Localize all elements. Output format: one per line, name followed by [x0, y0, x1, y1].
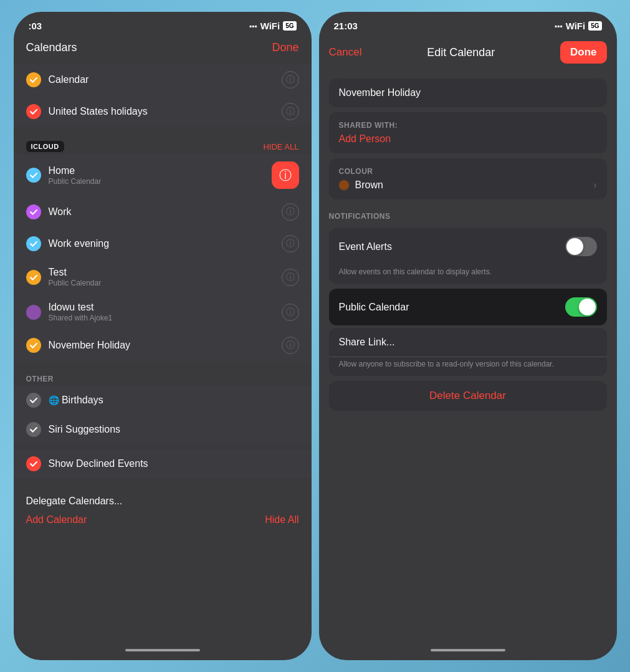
check-circle-work: [26, 204, 41, 219]
add-calendar-button[interactable]: Add Calendar: [26, 514, 87, 526]
list-item[interactable]: Siri Suggestions: [14, 415, 312, 444]
info-button-work[interactable]: ⓘ: [282, 203, 299, 221]
item-sub: Shared with Ajoke1: [49, 314, 274, 322]
colour-dot: [339, 180, 349, 190]
divider4: [14, 478, 312, 483]
item-info-home: Home Public Calendar: [49, 165, 264, 186]
list-item[interactable]: Work evening ⓘ: [14, 228, 312, 259]
delete-calendar-section[interactable]: Delete Calendar: [329, 381, 607, 411]
colour-label: COLOUR: [339, 167, 597, 176]
toggle-knob: [566, 238, 583, 255]
item-info-calendar: Calendar: [49, 74, 274, 85]
colour-field[interactable]: COLOUR Brown ›: [329, 158, 607, 199]
delegate-calendars-link[interactable]: Delegate Calendars...: [26, 493, 299, 509]
share-link-section: Share Link... Allow anyone to subscribe …: [329, 328, 607, 376]
wifi-icon: WiFi: [260, 21, 280, 31]
signal-icon-right: ▪▪▪: [555, 22, 563, 31]
list-item[interactable]: Home Public Calendar ⓘ: [14, 155, 312, 196]
item-info-test: Test Public Calendar: [49, 267, 274, 287]
item-name: Work: [49, 206, 274, 218]
left-time: :03: [29, 21, 42, 31]
item-info-work: Work: [49, 206, 274, 218]
event-alerts-row[interactable]: Event Alerts: [329, 228, 607, 265]
battery-badge-right: 5G: [588, 21, 601, 31]
event-alerts-section: Event Alerts Allow events on this calend…: [329, 228, 607, 284]
info-button-us-holidays[interactable]: ⓘ: [282, 103, 299, 120]
divider3: [14, 444, 312, 449]
calendars-title: Calendars: [26, 41, 77, 54]
list-item[interactable]: 🌐 Birthdays: [14, 386, 312, 415]
shared-with-field: SHARED WITH: Add Person: [329, 112, 607, 153]
item-info-birthdays: 🌐 Birthdays: [49, 395, 299, 406]
edit-calendar-title: Edit Calendar: [427, 46, 495, 59]
home-indicator: [14, 640, 312, 660]
divider2: [14, 366, 312, 371]
calendars-nav-header: Calendars Done: [14, 36, 312, 64]
battery-badge: 5G: [283, 21, 296, 31]
public-calendar-section: Public Calendar: [329, 289, 607, 325]
event-alerts-sub: Allow events on this calendar to display…: [329, 265, 607, 284]
list-item[interactable]: United States holidays ⓘ: [14, 96, 312, 127]
check-circle-home: [26, 168, 41, 183]
home-bar-right: [431, 649, 505, 651]
chevron-right-icon: ›: [593, 180, 596, 191]
share-link-field[interactable]: Share Link...: [329, 328, 607, 357]
show-declined-item[interactable]: Show Declined Events: [14, 449, 312, 478]
bottom-actions: Delegate Calendars... Add Calendar Hide …: [14, 483, 312, 530]
divider: [14, 132, 312, 137]
list-item[interactable]: Idowu test Shared with Ajoke1 ⓘ: [14, 295, 312, 329]
info-button-calendar[interactable]: ⓘ: [282, 71, 299, 89]
info-button-work-evening[interactable]: ⓘ: [282, 235, 299, 252]
shared-with-section: SHARED WITH: Add Person: [329, 112, 607, 153]
check-circle-idowu: [26, 305, 41, 320]
item-name: Test: [49, 267, 274, 278]
shared-with-label: SHARED WITH:: [339, 121, 597, 130]
info-button-home-highlighted[interactable]: ⓘ: [272, 161, 299, 189]
info-button-idowu[interactable]: ⓘ: [282, 304, 299, 321]
signal-icon: ▪▪▪: [249, 22, 257, 31]
icloud-section: ICLOUD HIDE ALL Home Public Calendar ⓘ: [14, 137, 312, 361]
check-circle-us-holidays: [26, 104, 41, 119]
calendars-done-button[interactable]: Done: [272, 41, 298, 54]
item-name: Calendar: [49, 74, 274, 85]
home-bar: [125, 649, 200, 651]
calendar-name-field[interactable]: November Holiday: [329, 79, 607, 107]
check-circle-birthdays: [26, 393, 41, 408]
check-circle-siri: [26, 422, 41, 437]
event-alerts-toggle[interactable]: [565, 237, 597, 256]
item-name: Home: [49, 165, 264, 176]
check-circle-calendar: [26, 72, 41, 87]
item-name: Idowu test: [49, 302, 274, 313]
list-item[interactable]: November Holiday ⓘ: [14, 330, 312, 361]
item-sub: Public Calendar: [49, 177, 264, 186]
edit-calendar-nav: Cancel Edit Calendar Done: [319, 36, 617, 74]
item-sub: Public Calendar: [49, 279, 274, 287]
cancel-button[interactable]: Cancel: [329, 46, 362, 59]
add-person-button[interactable]: Add Person: [339, 133, 597, 145]
hide-all-bottom-button[interactable]: Hide All: [265, 514, 298, 526]
item-name: Work evening: [49, 238, 274, 249]
left-status-bar: :03 ▪▪▪ WiFi 5G: [14, 12, 312, 36]
delete-calendar-button[interactable]: Delete Calendar: [429, 390, 506, 401]
other-section-label: OTHER: [14, 371, 312, 386]
calendar-name-value: November Holiday: [339, 87, 597, 98]
wifi-icon-right: WiFi: [566, 21, 586, 31]
list-item[interactable]: Calendar ⓘ: [14, 64, 312, 95]
list-item[interactable]: Work ⓘ: [14, 196, 312, 228]
public-calendar-toggle[interactable]: [565, 297, 597, 317]
check-circle-work-evening: [26, 236, 41, 251]
edit-done-button[interactable]: Done: [560, 41, 607, 64]
info-button-test[interactable]: ⓘ: [282, 269, 299, 286]
icloud-section-header: ICLOUD HIDE ALL: [14, 137, 312, 155]
hide-all-button[interactable]: HIDE ALL: [263, 142, 298, 151]
list-item[interactable]: Test Public Calendar ⓘ: [14, 260, 312, 294]
public-calendar-row[interactable]: Public Calendar: [329, 289, 607, 325]
left-phone: :03 ▪▪▪ WiFi 5G Calendars Done Calendar …: [14, 12, 312, 660]
check-circle-test: [26, 270, 41, 285]
colour-name: Brown: [355, 180, 588, 191]
colour-section: COLOUR Brown ›: [329, 158, 607, 199]
home-indicator-right: [319, 640, 617, 660]
public-calendar-label: Public Calendar: [339, 302, 559, 313]
info-button-nov-holiday[interactable]: ⓘ: [282, 337, 299, 354]
toggle-knob-public: [579, 299, 596, 315]
